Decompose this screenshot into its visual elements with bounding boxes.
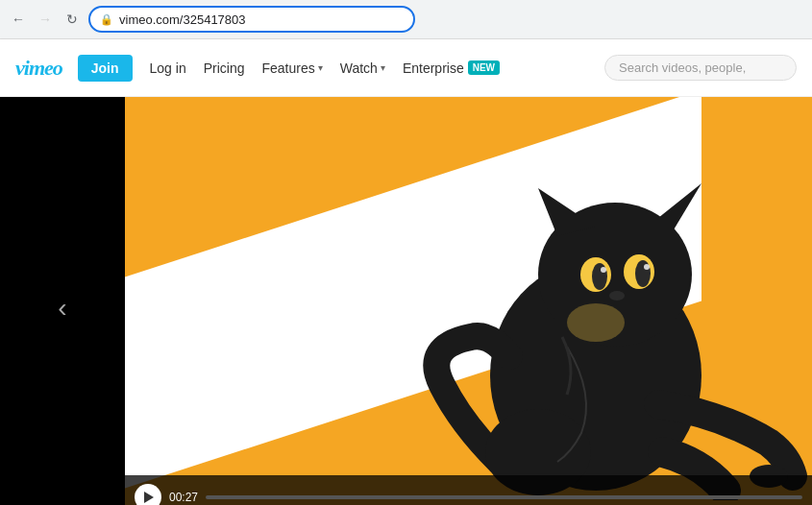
svg-marker-3 <box>653 183 701 231</box>
address-bar[interactable]: 🔒 vimeo.com/325417803 <box>88 6 415 33</box>
new-badge: NEW <box>468 60 500 75</box>
enterprise-link[interactable]: Enterprise NEW <box>397 57 505 80</box>
browser-chrome: ← → ↻ 🔒 vimeo.com/325417803 <box>0 0 812 39</box>
svg-point-6 <box>592 263 607 290</box>
browser-toolbar: ← → ↻ 🔒 vimeo.com/325417803 <box>0 0 812 38</box>
search-bar[interactable]: Search videos, people, <box>604 55 797 81</box>
login-link[interactable]: Log in <box>144 57 192 80</box>
svg-point-9 <box>644 264 650 270</box>
cat-illustration <box>125 97 812 500</box>
forward-button[interactable]: → <box>35 9 56 30</box>
nav-links: Log in Pricing Features ▾ Watch ▾ Enterp… <box>144 57 604 80</box>
time-display: 00:27 <box>169 491 198 504</box>
features-arrow: ▾ <box>318 62 323 73</box>
left-panel: ‹ <box>0 97 125 505</box>
prev-arrow[interactable]: ‹ <box>58 293 66 324</box>
play-icon <box>144 492 154 503</box>
pricing-link[interactable]: Pricing <box>198 57 251 80</box>
svg-point-7 <box>635 260 651 287</box>
svg-point-8 <box>601 267 606 273</box>
progress-bar[interactable] <box>206 495 802 499</box>
video-background <box>125 97 812 505</box>
reload-button[interactable]: ↻ <box>62 9 83 30</box>
vimeo-navbar: vimeo Join Log in Pricing Features ▾ Wat… <box>0 39 812 97</box>
back-button[interactable]: ← <box>8 9 29 30</box>
lock-icon: 🔒 <box>100 13 113 26</box>
features-link[interactable]: Features ▾ <box>257 57 329 80</box>
video-controls: 00:27 <box>125 475 812 505</box>
watch-arrow: ▾ <box>381 62 385 73</box>
watch-link[interactable]: Watch ▾ <box>334 57 391 80</box>
play-button[interactable] <box>135 484 161 505</box>
svg-point-11 <box>567 303 625 342</box>
url-text: vimeo.com/325417803 <box>119 12 404 27</box>
vimeo-logo[interactable]: vimeo <box>15 56 62 81</box>
video-container[interactable]: ‹ <box>0 97 812 505</box>
svg-point-10 <box>609 291 625 301</box>
join-button[interactable]: Join <box>78 55 133 82</box>
